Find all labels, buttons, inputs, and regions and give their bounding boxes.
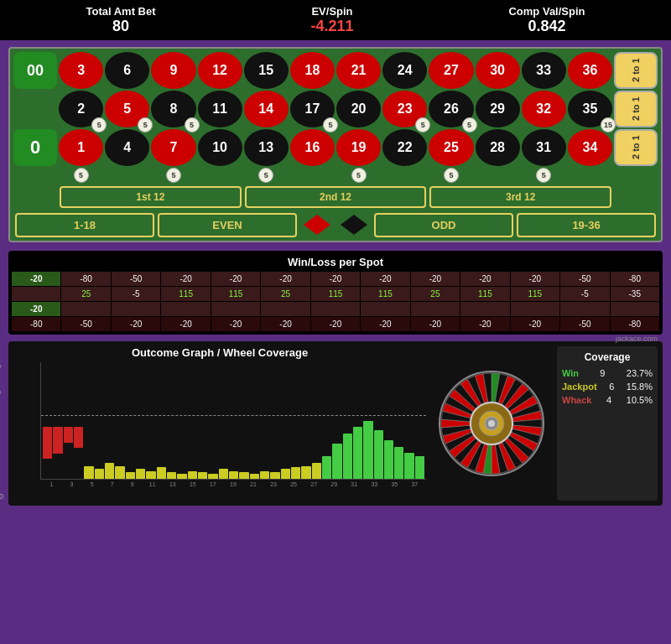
dozen-3rd[interactable]: 3rd 12: [429, 185, 612, 209]
cell-34[interactable]: 34: [568, 129, 612, 166]
btn-19-36[interactable]: 19-36: [517, 213, 656, 237]
chip-street-3[interactable]: 5: [166, 168, 181, 183]
bar-12: [167, 472, 176, 479]
chip-street-5[interactable]: 5: [258, 168, 273, 183]
cell-00[interactable]: 00: [13, 52, 57, 89]
bar-6: [105, 463, 114, 479]
cell-13[interactable]: 13: [244, 129, 289, 166]
chip-23: 5: [415, 117, 430, 132]
ev-spin-value: -4.211: [310, 18, 353, 35]
x-23: 23: [264, 481, 283, 487]
cell-28[interactable]: 28: [476, 129, 520, 166]
cell-31[interactable]: 31: [522, 129, 566, 166]
cell-1[interactable]: 1: [59, 129, 103, 166]
y--50: -50: [0, 466, 3, 475]
cell-8[interactable]: 85: [151, 91, 195, 127]
cell-17[interactable]: 175: [290, 91, 335, 127]
cell-0[interactable]: 0: [13, 129, 57, 166]
bar-15: [198, 472, 207, 479]
street-chip-7[interactable]: 5: [336, 168, 381, 183]
cell-16[interactable]: 16: [290, 129, 335, 166]
cell-3[interactable]: 3: [59, 52, 103, 89]
dozen-1st-btn[interactable]: 1st 12: [60, 186, 242, 208]
cell-35[interactable]: 3515: [568, 91, 612, 127]
street-chip-11[interactable]: 5: [522, 168, 566, 183]
chip-street-9[interactable]: 5: [444, 168, 459, 183]
chip-street-11[interactable]: 5: [536, 168, 551, 183]
chip-street-7[interactable]: 5: [351, 168, 367, 183]
cell-5[interactable]: 55: [105, 91, 149, 127]
dozen-2nd[interactable]: 2nd 12: [244, 185, 428, 209]
black-diamond[interactable]: [337, 212, 371, 237]
chip-street-1[interactable]: 5: [74, 168, 89, 183]
cell-32[interactable]: 32: [522, 91, 566, 127]
cell-18[interactable]: 18: [290, 52, 335, 89]
chip-17: 5: [323, 117, 338, 132]
cell-26[interactable]: 265: [429, 91, 473, 127]
dozen-side-spacer: [614, 185, 658, 209]
chip-35: 15: [601, 117, 616, 132]
svg-marker-1: [341, 215, 367, 235]
cell-12[interactable]: 12: [198, 52, 242, 89]
cell-20[interactable]: 20: [336, 91, 381, 127]
jackace-credit: jackace.com: [616, 335, 658, 343]
cell-29[interactable]: 29: [476, 91, 520, 127]
cell-30[interactable]: 30: [476, 52, 520, 89]
y--100: -100: [0, 492, 3, 501]
bar-2: [64, 427, 73, 443]
total-amt-bet-section: Total Amt Bet 80: [86, 5, 155, 35]
btn-even[interactable]: EVEN: [158, 213, 297, 237]
bar-22: [270, 472, 279, 479]
bar-3: [74, 427, 83, 448]
x-19: 19: [223, 481, 242, 487]
cell-27[interactable]: 27: [429, 52, 473, 89]
wl-r2-c10: [511, 302, 559, 316]
bar-0: [43, 427, 52, 459]
bar-chart: [40, 362, 426, 480]
x-37: 37: [405, 481, 424, 487]
dozen-1st[interactable]: 1st 12: [59, 185, 242, 209]
total-amt-bet-label: Total Amt Bet: [86, 5, 155, 18]
roulette-table: 00 3 6 9 12 15 18 21 24 27 30 33 36 2 to…: [8, 47, 663, 242]
cell-4[interactable]: 4: [105, 129, 149, 166]
cell-11[interactable]: 11: [198, 91, 242, 127]
wl-r0-c10: -20: [511, 272, 559, 286]
red-diamond[interactable]: [300, 212, 334, 237]
roulette-wheel: [437, 369, 546, 478]
coverage-win-pct: 23.7%: [627, 368, 653, 378]
cell-23[interactable]: 235: [382, 91, 427, 127]
dozen-bets: 1st 12 2nd 12 3rd 12: [13, 185, 658, 209]
coverage-jackpot-row: Jackpot 6 15.8%: [562, 382, 653, 392]
bar-4: [84, 466, 93, 479]
dozen-2nd-btn[interactable]: 2nd 12: [245, 186, 427, 208]
cell-10[interactable]: 10: [198, 129, 242, 166]
btn-1-18[interactable]: 1-18: [15, 213, 154, 237]
cell-25[interactable]: 25: [429, 129, 473, 166]
x-27: 27: [304, 481, 324, 487]
street-chip-3[interactable]: 5: [151, 168, 195, 183]
cell-9[interactable]: 9: [151, 52, 195, 89]
cell-2[interactable]: 25: [59, 91, 103, 127]
comp-val-value: 0.842: [508, 18, 585, 35]
cell-33[interactable]: 33: [522, 52, 566, 89]
cell-19[interactable]: 19: [336, 129, 381, 166]
cell-14[interactable]: 14: [244, 91, 289, 127]
dozen-3rd-btn[interactable]: 3rd 12: [429, 186, 611, 208]
street-chip-5[interactable]: 5: [244, 168, 289, 183]
street-chip-9[interactable]: 5: [429, 168, 473, 183]
cell-24[interactable]: 24: [382, 52, 427, 89]
cell-6[interactable]: 6: [105, 52, 149, 89]
bar-7: [115, 466, 124, 479]
bar-27: [322, 456, 331, 479]
cell-21[interactable]: 21: [336, 52, 381, 89]
btn-odd[interactable]: ODD: [374, 213, 513, 237]
wl-r2-c4: [211, 302, 260, 316]
side-bet-top[interactable]: 2 to 1: [614, 52, 658, 89]
street-chip-1[interactable]: 5: [59, 168, 103, 183]
cell-15[interactable]: 15: [244, 52, 289, 89]
cell-36[interactable]: 36: [568, 52, 612, 89]
side-bet-bot[interactable]: 2 to 1: [614, 129, 658, 166]
cell-7[interactable]: 7: [151, 129, 195, 166]
side-bet-mid[interactable]: 2 to 1: [614, 91, 658, 127]
cell-22[interactable]: 22: [382, 129, 427, 166]
